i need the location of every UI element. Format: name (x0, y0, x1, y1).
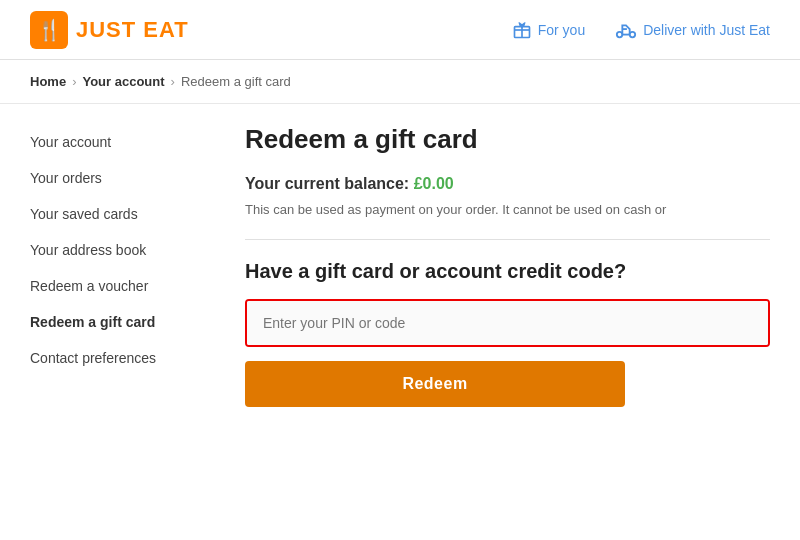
sidebar-item-saved-cards[interactable]: Your saved cards (30, 196, 205, 232)
gift-icon (512, 20, 532, 40)
logo[interactable]: 🍴 JUST EAT (30, 11, 189, 49)
logo-text: JUST EAT (76, 17, 189, 43)
page-title: Redeem a gift card (245, 124, 770, 155)
sidebar-item-orders[interactable]: Your orders (30, 160, 205, 196)
scooter-icon (615, 21, 637, 39)
breadcrumb-sep-2: › (171, 74, 175, 89)
deliver-nav-item[interactable]: Deliver with Just Eat (615, 21, 770, 39)
breadcrumb-sep-1: › (72, 74, 76, 89)
sidebar-item-account[interactable]: Your account (30, 124, 205, 160)
main-layout: Your account Your orders Your saved card… (0, 104, 800, 427)
pin-input[interactable] (247, 301, 768, 345)
breadcrumb-account[interactable]: Your account (82, 74, 164, 89)
for-you-nav-item[interactable]: For you (512, 20, 585, 40)
balance-prefix: Your current balance: (245, 175, 414, 192)
sidebar-item-address-book[interactable]: Your address book (30, 232, 205, 268)
balance-line: Your current balance: £0.00 (245, 175, 770, 193)
sidebar-item-gift-card[interactable]: Redeem a gift card (30, 304, 205, 340)
logo-icon: 🍴 (30, 11, 68, 49)
for-you-label: For you (538, 22, 585, 38)
balance-note: This can be used as payment on your orde… (245, 201, 770, 219)
header-nav: For you Deliver with Just Eat (512, 20, 770, 40)
sidebar-item-contact-prefs[interactable]: Contact preferences (30, 340, 205, 376)
balance-amount: £0.00 (414, 175, 454, 192)
breadcrumb-current: Redeem a gift card (181, 74, 291, 89)
svg-text:🍴: 🍴 (37, 18, 62, 42)
redeem-button[interactable]: Redeem (245, 361, 625, 407)
breadcrumb: Home › Your account › Redeem a gift card (0, 60, 800, 104)
sidebar: Your account Your orders Your saved card… (30, 124, 205, 407)
gift-card-section-title: Have a gift card or account credit code? (245, 260, 770, 283)
content-area: Redeem a gift card Your current balance:… (245, 124, 770, 407)
divider (245, 239, 770, 240)
deliver-label: Deliver with Just Eat (643, 22, 770, 38)
header: 🍴 JUST EAT For you Delive (0, 0, 800, 60)
sidebar-item-voucher[interactable]: Redeem a voucher (30, 268, 205, 304)
breadcrumb-home[interactable]: Home (30, 74, 66, 89)
pin-input-wrapper (245, 299, 770, 347)
